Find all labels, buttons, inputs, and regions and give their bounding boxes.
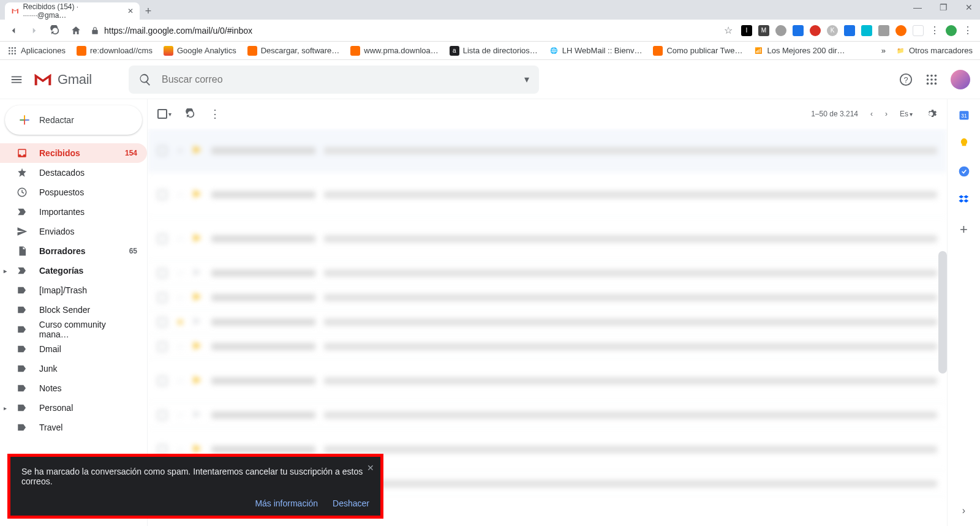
sidebar-item-enviados[interactable]: Enviados <box>0 222 147 241</box>
refresh-icon[interactable] <box>185 108 196 119</box>
ext-icon[interactable] <box>793 25 804 36</box>
bookmarks-overflow-icon[interactable]: » <box>881 46 886 55</box>
ext-icon[interactable]: . <box>861 25 872 36</box>
sidebar-item--imap-trash[interactable]: [Imap]/Trash <box>0 280 147 300</box>
nav-reload-icon[interactable] <box>49 25 61 36</box>
sidebar-item-categor-as[interactable]: ▸Categorías <box>0 261 147 280</box>
calendar-icon[interactable]: 31 <box>958 109 970 121</box>
ext-icon[interactable] <box>810 25 821 36</box>
svg-point-2 <box>14 47 16 49</box>
account-avatar[interactable] <box>951 70 970 89</box>
browser-tab-active[interactable]: Recibidos (154) · ·······@gma… ✕ <box>5 2 140 20</box>
ext-icon[interactable] <box>895 25 907 36</box>
mail-row[interactable]: ☆⯈ <box>148 285 947 310</box>
window-close-icon[interactable]: ✕ <box>962 2 976 12</box>
help-icon[interactable]: ? <box>899 73 913 86</box>
bookmark-item[interactable]: re:download//cms <box>77 46 153 56</box>
nav-back-icon[interactable] <box>7 25 20 36</box>
more-icon[interactable]: ⋮ <box>209 107 221 121</box>
ext-icon[interactable] <box>775 25 786 36</box>
bookmark-item[interactable]: www.pma.downloa… <box>350 46 438 56</box>
expand-icon[interactable]: ▸ <box>4 405 7 411</box>
bookmark-item[interactable]: aLista de directorios… <box>450 46 538 56</box>
bookmark-item[interactable]: Como publicar Twe… <box>653 46 742 56</box>
spam-toast: ✕ Se ha marcado la conversación como spa… <box>10 457 380 516</box>
label-icon <box>16 344 28 355</box>
mail-row[interactable]: ☆⯈ <box>148 334 947 359</box>
apps-button[interactable]: Aplicaciones <box>7 46 66 56</box>
expand-icon[interactable]: ▸ <box>4 268 7 274</box>
label-icon <box>16 383 28 394</box>
other-bookmarks[interactable]: 📁Otros marcadores <box>895 46 973 56</box>
mail-row[interactable]: ☆⯈ <box>148 403 947 427</box>
sidebar-item-block-sender[interactable]: Block Sender <box>0 300 147 320</box>
chrome-menu-icon[interactable]: ⋮ <box>963 24 973 36</box>
nav-forward-icon[interactable] <box>28 25 40 36</box>
label-icon <box>16 304 28 315</box>
apps-grid-icon[interactable] <box>925 73 938 86</box>
mail-row[interactable]: ★⯈ <box>148 310 947 334</box>
input-language[interactable]: Es▾ <box>900 110 913 118</box>
profile-icon[interactable] <box>946 25 957 36</box>
ext-icon[interactable] <box>844 25 855 36</box>
sidebar-item-count: 154 <box>125 149 137 157</box>
toast-undo-link[interactable]: Deshacer <box>333 498 369 508</box>
sidebar-item-notes[interactable]: Notes <box>0 378 147 398</box>
sidebar-item-recibidos[interactable]: Recibidos154 <box>0 143 147 163</box>
sidebar-item-curso-community-mana-[interactable]: Curso community mana… <box>0 320 147 339</box>
ext-icon[interactable]: K <box>827 25 838 36</box>
hide-panel-icon[interactable]: › <box>962 505 965 516</box>
sidebar-item-destacados[interactable]: Destacados <box>0 163 147 182</box>
sidebar-item-borradores[interactable]: Borradores65 <box>0 241 147 261</box>
address-input[interactable]: https://mail.google.com/mail/u/0/#inbox <box>91 26 715 36</box>
toast-more-info-link[interactable]: Más información <box>255 498 318 508</box>
sidebar-item-personal[interactable]: ▸Personal <box>0 398 147 418</box>
window-minimize-icon[interactable]: — <box>910 2 925 12</box>
search-options-icon[interactable]: ▾ <box>524 73 529 85</box>
add-panel-icon[interactable]: + <box>960 222 968 238</box>
page-next-icon[interactable]: › <box>885 110 888 118</box>
ext-icon[interactable] <box>913 25 924 36</box>
gmail-logo[interactable]: Gmail <box>33 72 92 88</box>
nav-home-icon[interactable] <box>70 25 82 36</box>
search-input[interactable] <box>162 74 514 85</box>
mail-row[interactable]: ★⯈ <box>148 129 947 173</box>
tab-close-icon[interactable]: ✕ <box>127 7 134 15</box>
sidebar-item-label: Personal <box>39 403 73 413</box>
sidebar-item-label: Block Sender <box>39 305 90 315</box>
compose-button[interactable]: Redactar <box>5 105 142 135</box>
toast-close-icon[interactable]: ✕ <box>367 463 374 473</box>
tasks-icon[interactable] <box>958 165 970 178</box>
bookmark-item[interactable]: 🌐LH WebMail :: Bienv… <box>549 46 643 56</box>
dropbox-icon[interactable] <box>958 193 970 206</box>
svg-point-19 <box>935 82 937 85</box>
ext-icon[interactable] <box>878 25 889 36</box>
mail-row[interactable]: ☆⯈ <box>148 261 947 285</box>
sidebar-item-junk[interactable]: Junk <box>0 359 147 378</box>
select-all-checkbox[interactable]: ▾ <box>157 109 172 119</box>
keep-icon[interactable] <box>958 137 970 149</box>
main-menu-icon[interactable] <box>10 73 23 86</box>
sidebar-item-travel[interactable]: Travel <box>0 418 147 437</box>
bookmark-item[interactable]: Descargar, software… <box>247 46 340 56</box>
page-prev-icon[interactable]: ‹ <box>870 110 873 118</box>
ext-icon[interactable]: M <box>758 25 769 36</box>
bookmark-label: Aplicaciones <box>21 46 66 55</box>
scrollbar[interactable] <box>938 251 947 374</box>
settings-gear-icon[interactable] <box>925 108 937 120</box>
mail-row[interactable]: ☆⯈ <box>148 359 947 403</box>
side-panel: 31 + › <box>947 99 980 526</box>
window-maximize-icon[interactable]: ❐ <box>936 2 951 12</box>
search-bar[interactable]: ▾ <box>129 66 539 94</box>
sidebar-item-importantes[interactable]: Importantes <box>0 202 147 222</box>
mail-row[interactable]: ☆⯈ <box>148 217 947 261</box>
sidebar-item-label: Junk <box>39 364 58 374</box>
ext-icon[interactable]: I <box>741 25 752 36</box>
new-tab-button[interactable]: + <box>140 2 157 20</box>
bookmark-star-icon[interactable]: ☆ <box>724 24 733 36</box>
bookmark-item[interactable]: 📶Los Mejores 200 dir… <box>753 46 845 56</box>
sidebar-item-pospuestos[interactable]: Pospuestos <box>0 182 147 202</box>
bookmark-item[interactable]: Google Analytics <box>164 46 236 56</box>
mail-row[interactable]: ☆⯈ <box>148 173 947 217</box>
sidebar-item-dmail[interactable]: Dmail <box>0 339 147 359</box>
